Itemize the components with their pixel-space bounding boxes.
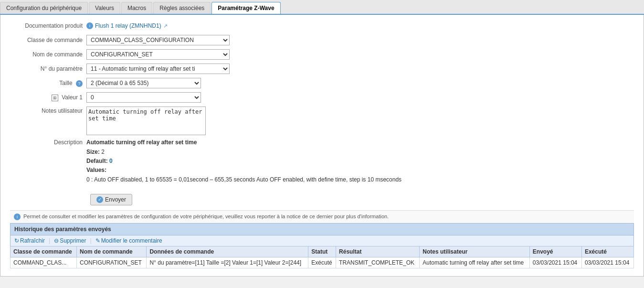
nom-label: Nom de commande <box>10 51 86 58</box>
num-select[interactable]: 11 - Automatic turning off relay after s… <box>86 64 230 74</box>
num-control: 11 - Automatic turning off relay after s… <box>86 64 230 74</box>
col-classe: Classe de commande <box>11 246 77 257</box>
valeur-row: ⊞ Valeur 1 0 <box>10 92 634 103</box>
col-envoye: Envoyé <box>529 246 581 257</box>
valeur-label: ⊞ Valeur 1 <box>10 94 86 101</box>
tab-regles[interactable]: Règles associées <box>153 2 211 14</box>
doc-info-icon[interactable]: i <box>86 22 93 29</box>
table-cell: TRANSMIT_COMPLETE_OK <box>336 257 420 268</box>
nom-select[interactable]: CONFIGURATION_SET <box>86 49 230 60</box>
doc-link[interactable]: Flush 1 relay (ZMNHND1) <box>95 22 161 29</box>
info-bar-text: Permet de consulter et modifier les para… <box>23 213 389 219</box>
tab-parametrage[interactable]: Paramétrage Z-Wave <box>211 2 280 14</box>
taille-label: Taille ? <box>10 80 86 87</box>
table-cell: N° du paramètre=[11] Taille =[2] Valeur … <box>147 257 308 268</box>
tab-configuration[interactable]: Configuration du périphérique <box>0 2 88 14</box>
valeur-control: 0 <box>86 92 201 103</box>
col-statut: Statut <box>308 246 336 257</box>
refresh-icon: ↻ <box>14 237 19 244</box>
notes-control: Automatic turning off relay after set ti… <box>86 107 206 135</box>
check-icon: ✓ <box>96 196 103 203</box>
toolbar-sep2: | <box>90 237 92 244</box>
notes-label: Notes utilisateur <box>10 107 86 114</box>
main-content: Documentation produit i Flush 1 relay (Z… <box>0 15 644 277</box>
col-notes: Notes utilisateur <box>420 246 529 257</box>
col-execute: Exécuté <box>581 246 633 257</box>
envoyer-label: Envoyer <box>105 196 126 203</box>
table-cell: 03/03/2021 15:04 <box>581 257 633 268</box>
nom-control: CONFIGURATION_SET <box>86 49 230 60</box>
num-row: N° du paramètre 11 - Automatic turning o… <box>10 64 634 74</box>
col-resultat: Résultat <box>336 246 420 257</box>
edit-icon: ✎ <box>95 237 100 244</box>
edit-button[interactable]: ✎ Modifier le commentaire <box>95 237 162 244</box>
info-bar: i Permet de consulter et modifier les pa… <box>10 210 634 223</box>
description-row: Description Automatic turning off relay … <box>10 139 634 190</box>
valeur-icon: ⊞ <box>52 95 58 101</box>
table-cell: CONFIGURATION_SET <box>77 257 147 268</box>
classe-label: Classe de commande <box>10 37 86 43</box>
num-label: N° du paramètre <box>10 65 86 72</box>
notes-row: Notes utilisateur Automatic turning off … <box>10 107 634 135</box>
delete-icon: ⊖ <box>54 237 59 244</box>
table-header-row: Classe de commande Nom de commande Donné… <box>11 246 634 257</box>
notes-textarea[interactable]: Automatic turning off relay after set ti… <box>86 107 206 135</box>
doc-row: Documentation produit i Flush 1 relay (Z… <box>10 22 634 29</box>
refresh-label: Rafraîchir <box>20 237 45 244</box>
history-header: Historique des paramètres envoyés <box>10 223 634 235</box>
envoyer-button[interactable]: ✓ Envoyer <box>90 194 132 205</box>
tab-valeurs[interactable]: Valeurs <box>89 2 120 14</box>
table-row[interactable]: COMMAND_CLAS...CONFIGURATION_SETN° du pa… <box>11 257 634 268</box>
history-table: Classe de commande Nom de commande Donné… <box>10 246 634 268</box>
history-toolbar: ↻ Rafraîchir | ⊖ Supprimer | ✎ Modifier … <box>10 235 634 246</box>
description-title: Automatic turning off relay after set ti… <box>86 139 401 146</box>
classe-row: Classe de commande COMMAND_CLASS_CONFIGU… <box>10 35 634 45</box>
classe-select[interactable]: COMMAND_CLASS_CONFIGURATION <box>86 35 230 45</box>
refresh-button[interactable]: ↻ Rafraîchir <box>14 237 45 244</box>
description-label: Description <box>10 139 86 146</box>
delete-label: Supprimer <box>60 237 86 244</box>
col-donnees: Données de commande <box>147 246 308 257</box>
delete-button[interactable]: ⊖ Supprimer <box>54 237 86 244</box>
doc-label: Documentation produit <box>10 22 86 29</box>
description-content: Automatic turning off relay after set ti… <box>86 139 401 184</box>
taille-help-icon[interactable]: ? <box>76 80 83 87</box>
taille-row: Taille ? 2 (Décimal 0 à 65 535) <box>10 78 634 88</box>
info-bar-icon: i <box>14 213 21 220</box>
col-nom: Nom de commande <box>77 246 147 257</box>
classe-control: COMMAND_CLASS_CONFIGURATION <box>86 35 230 45</box>
valeur-select[interactable]: 0 <box>86 92 201 103</box>
tab-macros[interactable]: Macros <box>121 2 152 14</box>
history-section: Historique des paramètres envoyés ↻ Rafr… <box>10 223 634 268</box>
ext-link-icon[interactable]: ↗ <box>163 23 168 29</box>
edit-label: Modifier le commentaire <box>101 237 162 244</box>
table-cell: COMMAND_CLAS... <box>11 257 77 268</box>
toolbar-sep1: | <box>49 237 50 244</box>
table-cell: 03/03/2021 15:04 <box>529 257 581 268</box>
table-cell: Exécuté <box>308 257 336 268</box>
taille-control: 2 (Décimal 0 à 65 535) <box>86 78 201 88</box>
taille-select[interactable]: 2 (Décimal 0 à 65 535) <box>86 78 201 88</box>
nom-row: Nom de commande CONFIGURATION_SET <box>10 49 634 60</box>
table-cell: Automatic turning off relay after set ti… <box>420 257 529 268</box>
description-meta: Size: 2 Default: 0 Values: 0 : Auto OFF … <box>86 148 401 184</box>
tabs-bar: Configuration du périphérique Valeurs Ma… <box>0 0 644 15</box>
